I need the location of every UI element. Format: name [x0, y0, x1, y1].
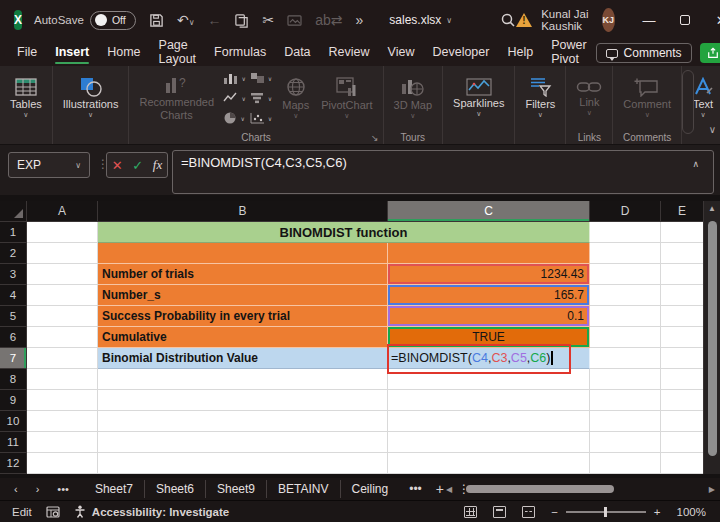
- pie-chart-button[interactable]: ∨: [223, 111, 245, 125]
- cell-E10[interactable]: [661, 411, 703, 432]
- area-chart-button[interactable]: ∨: [250, 72, 272, 84]
- collapse-formula-bar-icon[interactable]: ∧: [692, 159, 699, 169]
- 3d-map-button[interactable]: 3D Map ∨: [388, 74, 439, 123]
- sheet-tab-sheet9[interactable]: Sheet9: [206, 480, 267, 498]
- pivotchart-button[interactable]: PivotChart ∨: [315, 74, 378, 123]
- cell-D8[interactable]: [590, 369, 661, 390]
- scatter-chart-button[interactable]: ∨: [250, 112, 272, 124]
- tab-review[interactable]: Review: [320, 41, 379, 65]
- cell-E9[interactable]: [661, 390, 703, 411]
- cell-C4[interactable]: 165.7: [388, 285, 590, 306]
- cell-E4[interactable]: [661, 285, 703, 306]
- cell-C3[interactable]: 1234.43: [388, 264, 590, 285]
- paste-icon[interactable]: [287, 14, 302, 27]
- sparklines-button[interactable]: Sparklines ∨: [447, 76, 510, 121]
- cell-A7[interactable]: [27, 348, 98, 369]
- sheet-tab-sheet6[interactable]: Sheet6: [145, 480, 206, 498]
- cell-B6[interactable]: Cumulative: [98, 327, 388, 348]
- tab-formulas[interactable]: Formulas: [205, 41, 275, 65]
- sheet-tab-betainv[interactable]: BETAINV: [267, 480, 340, 498]
- cell-C7-formula[interactable]: =BINOMDIST(C4,C3,C5,C6): [388, 348, 590, 369]
- sheet-nav-right-icon[interactable]: ›: [36, 483, 40, 495]
- excel-app-icon[interactable]: X: [14, 10, 22, 30]
- copy-icon[interactable]: [234, 13, 249, 28]
- column-header-a[interactable]: A: [27, 201, 98, 222]
- cell-D10[interactable]: [590, 411, 661, 432]
- row-header-2[interactable]: 2: [0, 243, 27, 264]
- cell-E2[interactable]: [661, 243, 703, 264]
- row-header-8[interactable]: 8: [0, 369, 27, 390]
- maps-button[interactable]: Maps ∨: [276, 74, 315, 123]
- cell-E5[interactable]: [661, 306, 703, 327]
- cell-A11[interactable]: [27, 432, 98, 453]
- row-header-3[interactable]: 3: [0, 264, 27, 285]
- cell-E7[interactable]: [661, 348, 703, 369]
- autosave-toggle[interactable]: AutoSave Off: [34, 11, 136, 30]
- zoom-slider[interactable]: [566, 511, 646, 513]
- row-header-7[interactable]: 7: [0, 348, 27, 369]
- cell-E11[interactable]: [661, 432, 703, 453]
- cell-E6[interactable]: [661, 327, 703, 348]
- tab-help[interactable]: Help: [498, 41, 542, 65]
- tab-insert[interactable]: Insert: [46, 41, 98, 65]
- accessibility-status[interactable]: Accessibility: Investigate: [74, 505, 229, 518]
- cell-E8[interactable]: [661, 369, 703, 390]
- zoom-out-icon[interactable]: −: [551, 506, 558, 518]
- cell-C5[interactable]: 0.1: [388, 306, 590, 327]
- cell-C11[interactable]: [388, 432, 590, 453]
- cell-A1[interactable]: [27, 222, 98, 243]
- sheet-nav-left-icon[interactable]: ‹: [14, 483, 18, 495]
- cell-D3[interactable]: [590, 264, 661, 285]
- cell-C10[interactable]: [388, 411, 590, 432]
- tab-developer[interactable]: Developer: [423, 41, 498, 65]
- charts-dialog-launcher-icon[interactable]: ↘: [371, 133, 379, 143]
- cut-icon[interactable]: ✂: [262, 13, 274, 27]
- vertical-scroll-thumb[interactable]: [708, 221, 717, 456]
- cell-A9[interactable]: [27, 390, 98, 411]
- tab-file[interactable]: File: [8, 41, 46, 65]
- sheet-list-icon[interactable]: •••: [57, 483, 69, 495]
- cell-B1-title[interactable]: BINOMDIST function: [98, 222, 590, 243]
- insert-function-icon[interactable]: fx: [153, 157, 162, 173]
- replace-icon[interactable]: ab⇄: [315, 13, 342, 27]
- comments-button[interactable]: Comments: [596, 43, 692, 63]
- new-sheet-button[interactable]: +: [436, 481, 444, 497]
- collapse-ribbon-icon[interactable]: ∨: [709, 124, 716, 135]
- cell-C9[interactable]: [388, 390, 590, 411]
- page-break-view-icon[interactable]: [522, 506, 535, 518]
- cell-B11[interactable]: [98, 432, 388, 453]
- sheet-tab-sheet7[interactable]: Sheet7: [83, 480, 145, 498]
- row-header-4[interactable]: 4: [0, 285, 27, 306]
- cell-A8[interactable]: [27, 369, 98, 390]
- comment-button[interactable]: Comment ∨: [617, 75, 677, 122]
- cell-B10[interactable]: [98, 411, 388, 432]
- zoom-in-icon[interactable]: +: [654, 506, 661, 518]
- cell-A3[interactable]: [27, 264, 98, 285]
- tab-data[interactable]: Data: [275, 41, 319, 65]
- cell-D12[interactable]: [590, 453, 661, 474]
- cell-B4[interactable]: Number_s: [98, 285, 388, 306]
- document-title[interactable]: sales.xlsx∨: [389, 13, 452, 27]
- link-button[interactable]: Link ∨: [570, 77, 608, 120]
- redo-icon[interactable]: ←: [207, 13, 221, 27]
- minimize-button[interactable]: —: [631, 0, 667, 40]
- quick-access-overflow-icon[interactable]: »: [356, 13, 364, 27]
- share-button[interactable]: ∨: [700, 43, 720, 63]
- macro-record-icon[interactable]: [46, 506, 60, 518]
- row-header-9[interactable]: 9: [0, 390, 27, 411]
- cell-C2[interactable]: [388, 243, 590, 264]
- maximize-button[interactable]: [667, 0, 703, 40]
- cell-A12[interactable]: [27, 453, 98, 474]
- user-avatar[interactable]: KJ: [602, 8, 616, 32]
- illustrations-button[interactable]: Illustrations ∨: [57, 75, 125, 122]
- cell-B2[interactable]: [98, 243, 388, 264]
- column-header-e[interactable]: E: [661, 201, 703, 222]
- warning-icon[interactable]: !: [516, 13, 532, 27]
- row-header-6[interactable]: 6: [0, 327, 27, 348]
- zoom-slider-knob[interactable]: [604, 507, 607, 517]
- row-header-5[interactable]: 5: [0, 306, 27, 327]
- cell-D11[interactable]: [590, 432, 661, 453]
- cell-D4[interactable]: [590, 285, 661, 306]
- ribbon-scrollbar[interactable]: [682, 70, 694, 134]
- cell-A4[interactable]: [27, 285, 98, 306]
